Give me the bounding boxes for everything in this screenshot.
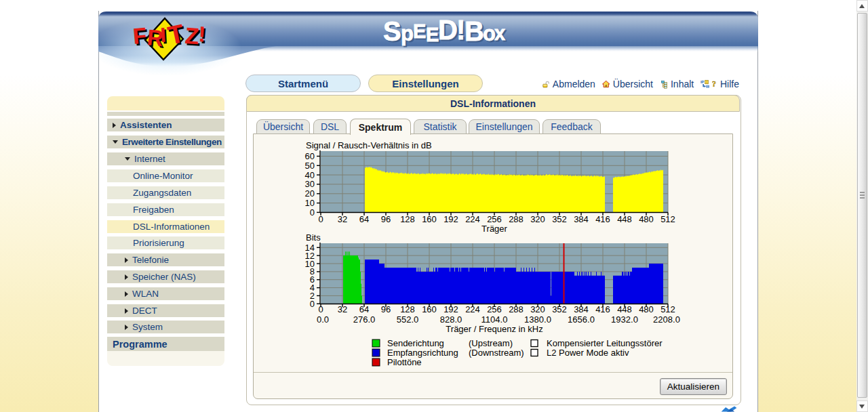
svg-text:320: 320 (530, 304, 545, 314)
svg-text:64: 64 (359, 214, 369, 224)
svg-text:Pilottöne: Pilottöne (387, 357, 422, 367)
svg-text:160: 160 (422, 304, 437, 314)
svg-text:128: 128 (400, 214, 415, 224)
svg-text:384: 384 (574, 304, 589, 314)
svg-text:Träger: Träger (481, 224, 507, 234)
svg-text:352: 352 (552, 304, 567, 314)
svg-text:160: 160 (422, 214, 437, 224)
svg-text:1656.0: 1656.0 (568, 314, 595, 325)
svg-text:Signal / Rausch-Verhältnis in: Signal / Rausch-Verhältnis in dB (306, 140, 432, 150)
svg-text:192: 192 (443, 214, 458, 224)
svg-text:96: 96 (381, 214, 391, 224)
svg-text:L2 Power Mode aktiv: L2 Power Mode aktiv (547, 348, 629, 358)
svg-text:448: 448 (617, 214, 632, 224)
svg-text:480: 480 (639, 214, 654, 224)
svg-text:2208.0: 2208.0 (653, 314, 680, 325)
svg-text:1104.0: 1104.0 (481, 314, 508, 325)
svg-text:32: 32 (338, 214, 347, 224)
svg-text:64: 64 (359, 304, 369, 314)
svg-text:552.0: 552.0 (397, 314, 419, 325)
svg-text:30: 30 (305, 179, 315, 189)
svg-text:224: 224 (465, 304, 480, 314)
svg-text:40: 40 (305, 170, 315, 180)
svg-text:192: 192 (443, 304, 458, 314)
svg-text:288: 288 (509, 304, 524, 314)
svg-text:96: 96 (381, 304, 391, 314)
svg-text:276.0: 276.0 (353, 314, 376, 325)
svg-text:416: 416 (595, 304, 610, 314)
svg-text:384: 384 (574, 214, 589, 224)
svg-text:Bits: Bits (306, 232, 321, 243)
svg-text:0.0: 0.0 (317, 314, 329, 325)
svg-text:320: 320 (530, 214, 545, 224)
svg-text:416: 416 (595, 214, 610, 224)
svg-text:448: 448 (617, 304, 632, 314)
svg-text:512: 512 (660, 214, 675, 224)
svg-text:60: 60 (305, 151, 315, 161)
svg-text:0: 0 (318, 214, 323, 224)
svg-text:828.0: 828.0 (440, 314, 462, 325)
svg-text:20: 20 (305, 188, 315, 199)
svg-text:224: 224 (465, 214, 480, 224)
svg-text:288: 288 (509, 214, 524, 224)
svg-text:352: 352 (552, 214, 567, 224)
svg-text:256: 256 (487, 214, 502, 224)
svg-text:256: 256 (487, 304, 502, 314)
svg-text:Träger / Frequenz in kHz: Träger / Frequenz in kHz (446, 324, 542, 334)
svg-text:Kompensierter Leitungsstörer: Kompensierter Leitungsstörer (547, 338, 663, 348)
svg-text:1932.0: 1932.0 (611, 314, 638, 325)
svg-text:480: 480 (639, 304, 654, 314)
svg-text:(Downstream): (Downstream) (469, 348, 524, 358)
svg-text:0: 0 (310, 207, 315, 218)
svg-text:Senderichtung: Senderichtung (387, 338, 444, 348)
svg-text:10: 10 (305, 198, 315, 208)
svg-text:128: 128 (400, 304, 415, 314)
svg-text:32: 32 (338, 304, 347, 314)
svg-text:14: 14 (305, 243, 315, 253)
svg-text:50: 50 (305, 161, 315, 171)
svg-text:(Upstream): (Upstream) (469, 338, 513, 348)
svg-text:1380.0: 1380.0 (524, 314, 551, 325)
svg-text:Empfangsrichtung: Empfangsrichtung (387, 348, 458, 358)
svg-text:0: 0 (318, 304, 323, 314)
svg-text:512: 512 (660, 304, 675, 314)
